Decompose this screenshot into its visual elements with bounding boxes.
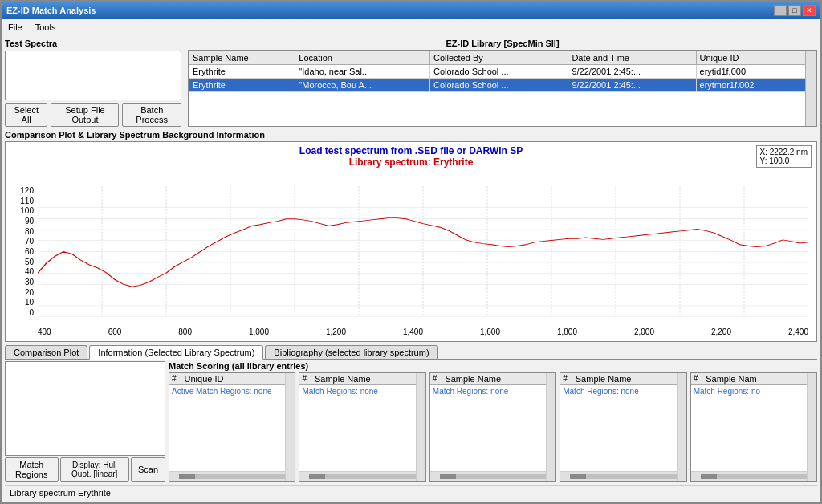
spectrum-preview xyxy=(5,361,165,456)
match-col-1-header: # Unique ID xyxy=(169,373,295,385)
match-col-1-hscroll[interactable] xyxy=(169,471,295,481)
scan-button[interactable]: Scan xyxy=(131,457,165,482)
match-col-1-hash: # xyxy=(172,374,177,384)
match-col-5-hscroll[interactable] xyxy=(691,471,816,481)
row2-collected: Colorado School ... xyxy=(429,79,568,92)
row2-date: 9/22/2001 2:45:... xyxy=(568,79,696,92)
match-col-5-title: Sample Nam xyxy=(706,374,757,384)
match-col-4-title: Sample Name xyxy=(576,374,632,384)
top-section: Test Spectra Select All Setup File Outpu… xyxy=(5,39,817,127)
batch-process-button[interactable]: Batch Process xyxy=(122,103,181,127)
match-col-3-hscroll[interactable] xyxy=(430,471,555,481)
chart-coords: X: 2222.2 nm Y: 100.0 xyxy=(756,145,812,168)
match-col-5-hash: # xyxy=(694,374,698,384)
library-table: Sample Name Location Collected By Date a… xyxy=(189,51,816,92)
table-row[interactable]: Erythrite "Idaho, near Sal... Colorado S… xyxy=(189,65,816,79)
row1-id: erytid1f.000 xyxy=(696,65,816,79)
match-columns: # Unique ID Active Match Regions: none xyxy=(169,372,817,482)
match-col-2-content: Match Regions: none xyxy=(299,385,425,471)
row1-date: 9/22/2001 2:45:... xyxy=(568,65,696,79)
library-title: EZ-ID Library [SpecMin SII] xyxy=(188,39,817,48)
match-col-3-hash: # xyxy=(433,374,437,384)
main-window: EZ-ID Match Analysis _ □ ✕ File Tools Te… xyxy=(0,0,822,504)
window-title: EZ-ID Match Analysis xyxy=(6,6,96,15)
chart-title-blue: Load test spectrum from .SED file or DAR… xyxy=(6,145,816,156)
select-all-button[interactable]: Select All xyxy=(5,103,47,127)
chart-y-axis: 120 110 100 90 80 70 60 50 40 30 20 10 0 xyxy=(6,186,36,317)
status-bar: Library spectrum Erythrite xyxy=(5,485,817,499)
match-col-4: # Sample Name Match Regions: none xyxy=(560,372,686,482)
match-scoring-label: Match Scoring (all library entries) xyxy=(169,361,817,371)
test-spectra-buttons: Select All Setup File Output Batch Proce… xyxy=(5,103,181,127)
match-col-5: # Sample Nam Match Regions: no xyxy=(690,372,817,482)
setup-file-output-button[interactable]: Setup File Output xyxy=(51,103,119,127)
match-col-3-title: Sample Name xyxy=(445,374,501,384)
chart-container: Load test spectrum from .SED file or DAR… xyxy=(5,141,817,342)
match-regions-button[interactable]: Match Regions xyxy=(5,457,59,482)
bottom-left: Match Regions Display: Hull Quot. [linea… xyxy=(5,361,165,482)
row2-sample: Erythrite xyxy=(189,79,295,92)
tab-information[interactable]: Information (Selected Library Spectrum) xyxy=(89,345,263,360)
match-col-1-text: Active Match Regions: none xyxy=(169,385,295,397)
menu-tools[interactable]: Tools xyxy=(32,22,59,33)
menu-bar: File Tools xyxy=(2,19,820,35)
col-location: Location xyxy=(295,51,430,65)
window-controls: _ □ ✕ xyxy=(774,5,816,16)
match-col-2: # Sample Name Match Regions: none xyxy=(299,372,425,482)
main-content: Test Spectra Select All Setup File Outpu… xyxy=(2,35,820,502)
minimize-button[interactable]: _ xyxy=(774,5,787,16)
match-col-2-hscroll[interactable] xyxy=(299,471,425,481)
tab-comparison-plot[interactable]: Comparison Plot xyxy=(5,345,87,359)
match-col-5-content: Match Regions: no xyxy=(691,385,816,471)
col-sample-name: Sample Name xyxy=(189,51,295,65)
match-col-4-hash: # xyxy=(563,374,568,384)
coord-x: X: 2222.2 nm xyxy=(760,148,808,156)
table-row[interactable]: Erythrite "Morocco, Bou A... Colorado Sc… xyxy=(189,79,816,92)
match-col-2-text: Match Regions: none xyxy=(299,385,425,397)
title-bar: EZ-ID Match Analysis _ □ ✕ xyxy=(2,2,820,19)
match-col-1-content: Active Match Regions: none xyxy=(169,385,295,471)
chart-x-axis: 400 600 800 1,000 1,200 1,400 1,600 1,80… xyxy=(38,327,808,336)
tabs-row: Comparison Plot Information (Selected Li… xyxy=(5,345,817,360)
col-collected-by: Collected By xyxy=(429,51,568,65)
row1-sample: Erythrite xyxy=(189,65,295,79)
row1-location: "Idaho, near Sal... xyxy=(295,65,430,79)
spectrum-chart xyxy=(38,186,808,317)
match-col-4-header: # Sample Name xyxy=(560,373,686,385)
match-col-3-header: # Sample Name xyxy=(430,373,555,385)
status-text: Library spectrum Erythrite xyxy=(10,488,111,498)
col-date-time: Date and Time xyxy=(568,51,696,65)
match-col-1-title: Unique ID xyxy=(185,374,224,384)
match-col-4-text: Match Regions: none xyxy=(560,385,686,397)
match-col-2-hash: # xyxy=(302,374,307,384)
test-spectra-box xyxy=(5,51,181,100)
match-col-2-header: # Sample Name xyxy=(299,373,425,385)
row1-collected: Colorado School ... xyxy=(429,65,568,79)
display-hull-button[interactable]: Display: Hull Quot. [linear] xyxy=(60,457,129,482)
row2-id: erytmor1f.002 xyxy=(696,79,816,92)
match-col-1: # Unique ID Active Match Regions: none xyxy=(169,372,295,482)
test-spectra-panel: Test Spectra Select All Setup File Outpu… xyxy=(5,39,181,127)
menu-file[interactable]: File xyxy=(5,22,26,33)
library-vscrollbar[interactable] xyxy=(805,51,816,126)
bottom-left-buttons: Match Regions Display: Hull Quot. [linea… xyxy=(5,457,165,482)
bottom-panels: Match Regions Display: Hull Quot. [linea… xyxy=(5,361,817,482)
match-col-4-content: Match Regions: none xyxy=(560,385,686,471)
bottom-section: Comparison Plot Information (Selected Li… xyxy=(5,345,817,482)
match-col-3-text: Match Regions: none xyxy=(430,385,555,397)
match-col-2-title: Sample Name xyxy=(315,374,371,384)
comparison-section-label: Comparison Plot & Library Spectrum Backg… xyxy=(5,130,817,140)
match-col-5-text: Match Regions: no xyxy=(691,385,816,397)
match-col-3: # Sample Name Match Regions: none xyxy=(429,372,556,482)
tab-bibliography[interactable]: Bibliography (selected library spectrum) xyxy=(265,345,437,359)
bottom-right: Match Scoring (all library entries) # Un… xyxy=(169,361,817,482)
library-panel: EZ-ID Library [SpecMin SII] Sample Name … xyxy=(188,39,817,127)
maximize-button[interactable]: □ xyxy=(788,5,801,16)
close-button[interactable]: ✕ xyxy=(803,5,816,16)
library-table-container: Sample Name Location Collected By Date a… xyxy=(188,50,817,127)
col-unique-id: Unique ID xyxy=(696,51,816,65)
comparison-section: Comparison Plot & Library Spectrum Backg… xyxy=(5,130,817,342)
match-col-4-hscroll[interactable] xyxy=(560,471,686,481)
test-spectra-label: Test Spectra xyxy=(5,39,181,48)
match-col-5-header: # Sample Nam xyxy=(691,373,816,385)
